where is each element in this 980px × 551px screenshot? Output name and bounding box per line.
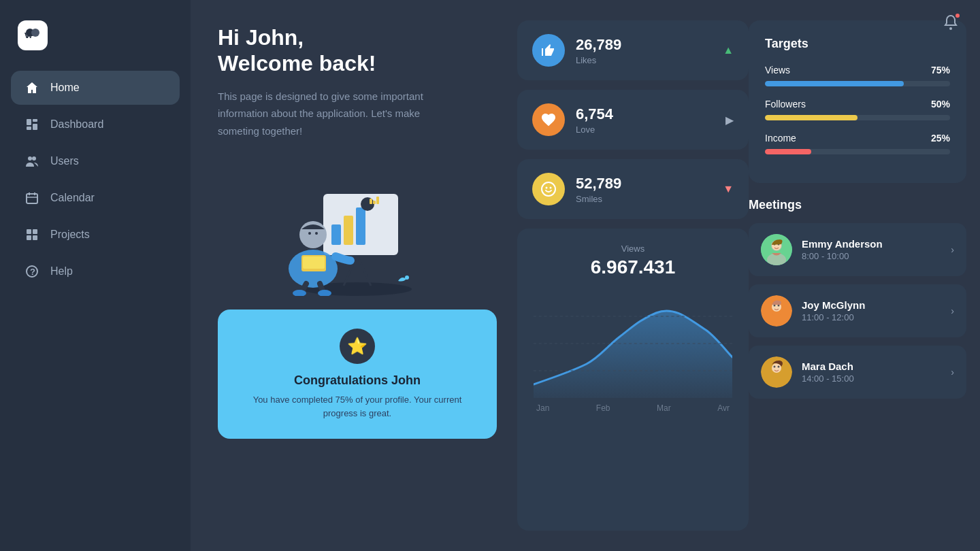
likes-icon-circle — [532, 34, 565, 67]
targets-title: Targets — [765, 37, 950, 51]
svg-point-7 — [28, 156, 32, 161]
sidebar-item-projects[interactable]: Projects — [11, 218, 180, 252]
topbar — [942, 14, 960, 34]
target-views-label: Views — [765, 65, 790, 76]
stat-love-left: 6,754 Love — [532, 103, 613, 136]
target-income: Income 25% — [765, 133, 950, 154]
svg-point-60 — [778, 366, 780, 368]
svg-rect-16 — [33, 235, 37, 240]
chart-label-avr: Avr — [717, 403, 730, 413]
welcome-description: This page is designed to give some impor… — [218, 88, 449, 140]
svg-rect-24 — [344, 216, 353, 245]
likes-label: Likes — [576, 55, 621, 65]
targets-card: Targets Views 75% Followers 50% Inco — [749, 20, 966, 183]
notification-dot — [954, 12, 961, 19]
svg-rect-29 — [376, 197, 379, 204]
svg-rect-6 — [27, 127, 31, 130]
stat-card-smiles: 52,789 Smiles ▼ — [517, 159, 749, 219]
target-views: Views 75% — [765, 65, 950, 86]
svg-point-33 — [315, 232, 318, 235]
stat-smiles-left: 52,789 Smiles — [532, 173, 621, 205]
chart-area — [534, 289, 732, 398]
sidebar-item-users[interactable]: Users — [11, 144, 180, 178]
congrats-card: ⭐ Congratulations John You have complete… — [218, 310, 497, 439]
congrats-text: You have completed 75% of your profile. … — [237, 393, 478, 420]
svg-rect-28 — [373, 201, 376, 204]
target-followers-pct: 50% — [931, 99, 950, 110]
love-icon-circle — [532, 103, 565, 136]
mara-time: 14:00 - 15:00 — [802, 373, 941, 384]
illustration — [218, 160, 497, 296]
meetings-title: Meetings — [749, 198, 966, 212]
meeting-card-mara[interactable]: Mara Dach 14:00 - 15:00 › — [749, 346, 966, 399]
smiles-arrow: ▼ — [723, 183, 734, 195]
mara-arrow: › — [951, 367, 954, 378]
target-followers-bar-bg — [765, 115, 950, 120]
svg-text:?: ? — [30, 267, 35, 277]
svg-point-59 — [774, 366, 776, 368]
emmy-name: Emmy Anderson — [802, 238, 941, 250]
meeting-card-joy[interactable]: Joy McGlynn 11:00 - 12:00 › — [749, 284, 966, 337]
chart-label-jan: Jan — [536, 403, 549, 413]
calendar-icon — [24, 190, 39, 205]
svg-point-1 — [31, 29, 39, 37]
congrats-title: Congratulations John — [237, 373, 478, 388]
joy-time: 11:00 - 12:00 — [802, 312, 941, 322]
right-panel: Targets Views 75% Followers 50% Inco — [749, 0, 980, 551]
svg-point-42 — [546, 187, 548, 189]
home-icon — [24, 80, 39, 95]
joy-name: Joy McGlynn — [802, 299, 941, 311]
emmy-avatar — [761, 234, 792, 265]
meeting-card-emmy[interactable]: Emmy Anderson 8:00 - 10:00 › — [749, 223, 966, 276]
sidebar-item-calendar[interactable]: Calendar — [11, 181, 180, 215]
svg-rect-5 — [33, 124, 37, 130]
target-followers-label: Followers — [765, 99, 806, 110]
emmy-info: Emmy Anderson 8:00 - 10:00 — [802, 238, 941, 261]
svg-rect-15 — [27, 235, 31, 240]
welcome-section: Hi John, Welcome back! This page is desi… — [218, 24, 497, 139]
target-income-bar-fill — [765, 149, 811, 154]
smiles-icon-circle — [532, 173, 565, 205]
illustration-svg — [262, 160, 453, 296]
meetings-section: Meetings Emmy Anderso — [749, 198, 966, 531]
svg-point-8 — [32, 156, 36, 161]
stat-likes-info: 26,789 Likes — [576, 36, 621, 65]
svg-rect-23 — [331, 224, 341, 245]
svg-point-61 — [949, 27, 952, 30]
svg-point-41 — [542, 182, 555, 196]
target-income-pct: 25% — [931, 133, 950, 144]
love-label: Love — [576, 124, 613, 135]
emmy-arrow: › — [951, 244, 954, 255]
views-chart-title: Views — [534, 244, 732, 254]
target-views-bar-bg — [765, 81, 950, 86]
smiles-value: 52,789 — [576, 175, 621, 193]
stat-card-love: 6,754 Love ▶ — [517, 90, 749, 150]
sidebar-item-calendar-label: Calendar — [50, 192, 95, 204]
love-arrow: ▶ — [725, 114, 734, 127]
likes-value: 26,789 — [576, 36, 621, 54]
mara-info: Mara Dach 14:00 - 15:00 — [802, 361, 941, 384]
sidebar-item-home[interactable]: Home — [11, 71, 180, 105]
sidebar: v. Home Dashboard — [0, 0, 191, 551]
sidebar-item-users-label: Users — [50, 155, 79, 167]
target-followers-bar-fill — [765, 115, 858, 120]
congrats-icon: ⭐ — [340, 329, 375, 364]
sidebar-item-help[interactable]: ? Help — [11, 254, 180, 288]
target-views-bar-fill — [765, 81, 904, 86]
sidebar-item-help-label: Help — [50, 265, 73, 278]
views-chart-card: Views 6.967.431 Jan — [517, 229, 749, 531]
main-content: Hi John, Welcome back! This page is desi… — [191, 0, 517, 551]
svg-text:v.: v. — [24, 29, 32, 40]
stats-chart-column: 26,789 Likes ▲ 6,754 Love ▶ — [517, 0, 749, 551]
chart-label-feb: Feb — [596, 403, 610, 413]
sidebar-item-projects-label: Projects — [50, 229, 90, 241]
stat-likes-left: 26,789 Likes — [532, 34, 621, 67]
notification-button[interactable] — [942, 14, 960, 34]
target-views-pct: 75% — [931, 65, 950, 76]
users-icon — [24, 154, 39, 169]
sidebar-item-dashboard[interactable]: Dashboard — [11, 107, 180, 141]
svg-rect-9 — [27, 194, 37, 203]
svg-rect-14 — [33, 229, 37, 234]
joy-arrow: › — [951, 305, 954, 316]
logo-icon: v. — [18, 20, 48, 50]
